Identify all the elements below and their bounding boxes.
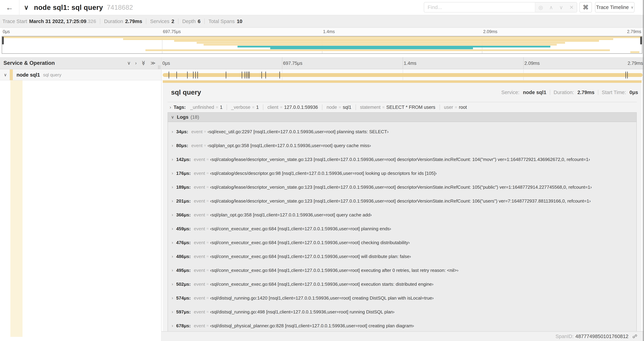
stat-services: Services 2 — [150, 19, 174, 24]
log-field-key: event — [194, 295, 205, 301]
column-divider[interactable] — [161, 57, 162, 341]
find-input[interactable] — [424, 3, 535, 12]
equals-sign: = — [206, 240, 209, 245]
log-field-key: event — [194, 212, 205, 218]
log-marker-tick[interactable] — [197, 72, 198, 79]
scrollbar[interactable] — [643, 0, 644, 341]
log-timestamp: 495μs: — [176, 268, 191, 273]
find-next-icon[interactable]: ∨ — [559, 4, 563, 11]
log-marker-tick[interactable] — [244, 72, 245, 79]
log-field-value: ‹sql/plan_opt.go:358 [nsql1,client=127.0… — [208, 143, 371, 148]
chevron-down-icon[interactable]: ∨ — [4, 72, 7, 77]
log-entry-row[interactable]: ›678μs:event=‹sql/distsql_physical_plann… — [168, 320, 636, 331]
log-marker-tick[interactable] — [193, 72, 194, 79]
log-marker-tick[interactable] — [248, 72, 248, 79]
stat-trace-start: Trace Start March 31 2022, 17:25:09 .326 — [2, 19, 96, 24]
log-timestamp: 189μs: — [176, 185, 191, 190]
log-marker-tick[interactable] — [187, 72, 188, 79]
collapse-all-icon[interactable]: ≫ — [141, 61, 146, 66]
log-entry-row[interactable]: ›502μs:event=‹sql/conn_executor_exec.go:… — [168, 279, 636, 290]
log-timestamp: 502μs: — [176, 281, 191, 287]
log-marker-tick[interactable] — [262, 72, 262, 79]
minimap-span-bar — [630, 51, 639, 53]
service-name[interactable]: node sql1 — [16, 72, 40, 78]
span-meta: Service: node sql1 Duration: 2.79ms Star… — [501, 90, 638, 95]
log-marker-tick[interactable] — [176, 72, 177, 79]
log-entry-row[interactable]: ›189μs:event=‹sql/catalog/lease/descript… — [168, 182, 636, 193]
log-marker-tick[interactable] — [168, 72, 169, 79]
log-marker-tick[interactable] — [266, 72, 266, 79]
log-entry-row[interactable]: ›597μs:event=‹sql/distsql_running.go:498… — [168, 306, 636, 317]
equals-sign: = — [206, 268, 209, 272]
log-marker-tick[interactable] — [280, 72, 280, 79]
minimap-span-bar — [204, 44, 557, 46]
find-clear-icon[interactable]: ✕ — [570, 4, 574, 11]
log-marker-tick[interactable] — [242, 72, 242, 79]
find-prev-icon[interactable]: ∧ — [549, 4, 553, 11]
chevron-right-icon: › — [172, 143, 173, 148]
chevron-down-icon: ∨ — [171, 115, 174, 120]
log-timestamp: 459μs: — [176, 226, 191, 231]
span-duration-bar[interactable] — [163, 73, 642, 77]
tag-item[interactable]: node=sql1 — [326, 105, 351, 110]
log-entry-row[interactable]: ›80μs:event=‹sql/plan_opt.go:358 [nsql1,… — [168, 140, 636, 151]
minimap-left-handle[interactable] — [2, 37, 4, 44]
collapse-one-icon[interactable]: ∨ — [127, 60, 131, 66]
log-entry-row[interactable]: ›366μs:event=‹sql/plan_opt.go:358 [nsql1… — [168, 209, 636, 220]
keyboard-shortcuts-button[interactable]: ⌘ — [580, 2, 592, 13]
tag-item[interactable]: _unfinished=1 — [190, 105, 223, 110]
log-timestamp: 80μs: — [176, 143, 188, 148]
tag-value: 1 — [256, 105, 259, 110]
divider — [263, 105, 263, 110]
logs-accordion-header[interactable]: ∨ Logs (18) — [168, 113, 636, 122]
log-marker-tick[interactable] — [195, 72, 196, 79]
locate-icon[interactable]: ◎ — [538, 4, 543, 11]
span-timeline-row[interactable] — [161, 70, 644, 80]
minimap-span-bar — [123, 38, 613, 40]
back-arrow-icon: ← — [6, 3, 13, 12]
ruler-tick-label: 697.75μs — [163, 29, 181, 34]
log-entry-row[interactable]: ›495μs:event=‹sql/conn_executor_exec.go:… — [168, 265, 636, 276]
tag-item[interactable]: user=root — [444, 105, 467, 110]
log-marker-tick[interactable] — [249, 72, 250, 79]
log-marker-tick[interactable] — [246, 72, 247, 79]
trace-minimap[interactable] — [2, 36, 642, 54]
chevron-right-icon: › — [172, 171, 173, 176]
tags-accordion[interactable]: › Tags: _unfinished=1_verbose=1client=12… — [168, 102, 637, 112]
log-entry-row[interactable]: ›486μs:event=‹sql/conn_executor_exec.go:… — [168, 251, 636, 262]
minimap-span-bar — [174, 40, 599, 42]
chevron-right-icon: › — [172, 240, 173, 245]
tag-key: _verbose — [231, 105, 250, 110]
link-icon[interactable] — [632, 333, 638, 339]
log-marker-tick[interactable] — [627, 72, 628, 79]
log-entry-row[interactable]: ›574μs:event=‹sql/distsql_running.go:142… — [168, 292, 636, 303]
find-controls: ◎ ∧ ∨ ✕ — [535, 3, 577, 12]
log-entry-row[interactable]: ›459μs:event=‹sql/conn_executor_exec.go:… — [168, 223, 636, 234]
trace-name: node sql1: sql query — [34, 4, 103, 12]
chevron-right-icon: › — [170, 105, 171, 110]
log-entry-row[interactable]: ›176μs:event=‹sql/catalog/descs/descript… — [168, 168, 636, 179]
equals-sign: = — [206, 157, 209, 162]
minimap-right-handle[interactable] — [640, 37, 642, 44]
span-tree-row[interactable]: ∨ node sql1 sql query — [0, 70, 161, 80]
tag-item[interactable]: statement=SELECT * FROM users — [360, 105, 436, 110]
log-entry-row[interactable]: ›34μs:event=‹sql/exec_util.go:2297 [nsql… — [168, 126, 636, 137]
view-selector-button[interactable]: Trace Timeline ∨ — [595, 2, 634, 13]
chevron-right-icon: › — [172, 213, 173, 217]
tag-item[interactable]: _verbose=1 — [231, 105, 259, 110]
expand-one-icon[interactable]: › — [135, 61, 136, 66]
log-field-key: event — [194, 185, 205, 190]
expand-all-icon[interactable]: ≫ — [150, 60, 156, 66]
trace-collapse-icon[interactable]: ∨ — [24, 0, 29, 15]
tag-value: SELECT * FROM users — [386, 105, 436, 110]
log-entry-row[interactable]: ›142μs:event=‹sql/catalog/lease/descript… — [168, 154, 636, 165]
log-marker-tick[interactable] — [626, 72, 626, 79]
chevron-right-icon: › — [172, 310, 173, 314]
log-field-value: ‹sql/conn_executor_exec.go:684 [nsql1,cl… — [210, 281, 434, 287]
log-marker-tick[interactable] — [226, 72, 226, 79]
tag-item[interactable]: client=127.0.0.1:59936 — [268, 105, 318, 110]
column-resizer-grip[interactable]: || — [158, 65, 161, 69]
log-entry-row[interactable]: ›201μs:event=‹sql/catalog/lease/descript… — [168, 195, 636, 207]
back-button[interactable]: ← — [0, 0, 20, 15]
log-entry-row[interactable]: ›476μs:event=‹sql/conn_executor_exec.go:… — [168, 237, 636, 248]
